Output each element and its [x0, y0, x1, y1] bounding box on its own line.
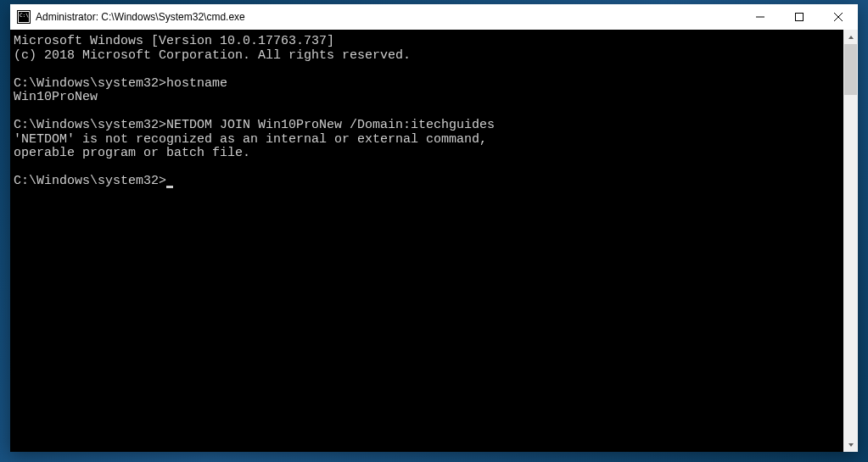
console-output[interactable]: Microsoft Windows [Version 10.0.17763.73… [10, 30, 843, 452]
scrollbar-thumb[interactable] [844, 44, 857, 95]
svg-marker-9 [848, 443, 854, 447]
banner-line: (c) 2018 Microsoft Corporation. All righ… [14, 48, 411, 63]
console-area: Microsoft Windows [Version 10.0.17763.73… [10, 30, 858, 452]
titlebar[interactable]: C:\ Administrator: C:\Windows\System32\c… [10, 4, 858, 30]
cursor [166, 186, 173, 188]
svg-text:C:\: C:\ [20, 12, 29, 18]
maximize-button[interactable] [780, 4, 819, 30]
cmd-window: C:\ Administrator: C:\Windows\System32\c… [10, 4, 858, 452]
scroll-up-button[interactable] [843, 30, 858, 44]
cmd-icon: C:\ [17, 10, 31, 24]
window-controls [741, 4, 858, 30]
prompt-line: C:\Windows\system32>hostname [14, 76, 227, 91]
prompt-line: C:\Windows\system32>NETDOM JOIN Win10Pro… [14, 118, 495, 132]
scroll-down-button[interactable] [843, 437, 858, 452]
svg-rect-5 [796, 14, 804, 21]
output-line: Win10ProNew [14, 90, 98, 104]
prompt-line: C:\Windows\system32> [14, 174, 166, 188]
scrollbar[interactable] [843, 30, 858, 452]
close-button[interactable] [819, 4, 858, 30]
error-line: 'NETDOM' is not recognized as an interna… [14, 132, 487, 147]
minimize-button[interactable] [741, 4, 780, 30]
banner-line: Microsoft Windows [Version 10.0.17763.73… [14, 34, 334, 48]
svg-marker-8 [848, 36, 854, 39]
window-title: Administrator: C:\Windows\System32\cmd.e… [36, 11, 245, 23]
error-line: operable program or batch file. [14, 146, 250, 160]
